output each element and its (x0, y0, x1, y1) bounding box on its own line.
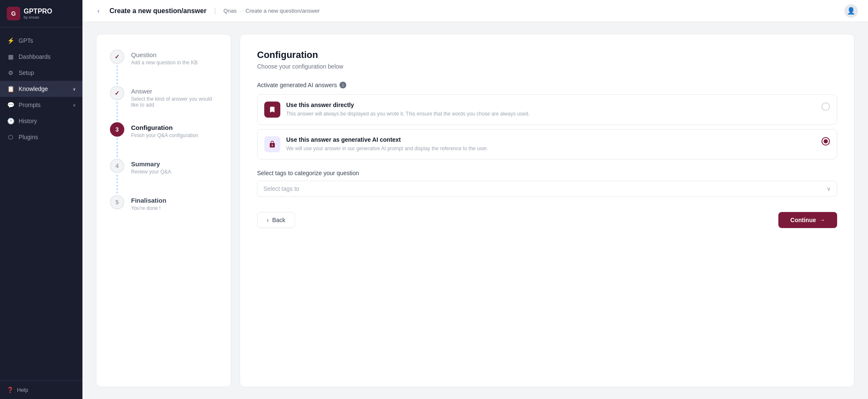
help-button[interactable]: ❓ Help (0, 380, 82, 399)
logo-icon: G (7, 7, 20, 20)
back-button[interactable]: ‹ Back (257, 212, 295, 228)
step-4-circle: 4 (110, 159, 124, 173)
sidebar-item-history[interactable]: 🕐 History (0, 113, 82, 129)
config-panel: Configuration Choose your configuration … (240, 34, 854, 387)
step-4-connector: 4 (110, 159, 124, 195)
step-2-content: Answer Select the kind of answer you wou… (131, 86, 217, 115)
step-2-connector: ✓ (110, 86, 124, 122)
option-ai-radio[interactable] (821, 137, 830, 146)
logo-text: GPTPRO by envao (24, 8, 52, 19)
step-3-circle: 3 (110, 122, 124, 137)
user-avatar[interactable]: 👤 (844, 4, 858, 18)
step-3-content: Configuration Finish your Q&A configurat… (131, 122, 198, 145)
sidebar-item-setup[interactable]: ⚙ Setup (0, 65, 82, 81)
header-separator: | (214, 7, 216, 15)
step-3-line (117, 138, 118, 157)
step-3: 3 Configuration Finish your Q&A configur… (110, 122, 217, 159)
breadcrumb-root[interactable]: Qnas (224, 8, 237, 14)
sidebar: G GPTPRO by envao ⚡ GPTs ▦ Dashboards ⚙ … (0, 0, 82, 399)
ai-answers-info-icon[interactable]: i (340, 82, 346, 88)
step-1: ✓ Question Add a new question in the KB (110, 50, 217, 86)
step-1-circle: ✓ (110, 50, 124, 64)
bookmark-icon (264, 102, 280, 118)
main-area: ‹ Create a new question/answer | Qnas → … (82, 0, 868, 399)
option-ai-text: Use this answer as generative AI context… (286, 136, 816, 152)
page-title: Create a new question/answer (110, 7, 206, 15)
sidebar-nav: ⚡ GPTs ▦ Dashboards ⚙ Setup 📋 Knowledge … (0, 28, 82, 380)
option-direct-card[interactable]: Use this answer directly This answer wil… (257, 94, 837, 125)
step-5: 5 Finalisation You're done ! (110, 195, 217, 218)
ai-icon (264, 136, 280, 152)
option-ai-card[interactable]: Use this answer as generative AI context… (257, 129, 837, 160)
tags-select-dropdown[interactable]: Select tags to ∨ (257, 181, 837, 197)
step-2: ✓ Answer Select the kind of answer you w… (110, 86, 217, 122)
help-icon: ❓ (7, 387, 14, 393)
step-1-content: Question Add a new question in the KB (131, 50, 197, 72)
step-5-circle: 5 (110, 195, 124, 209)
breadcrumb: Qnas → Create a new question/answer (224, 8, 320, 14)
back-arrow-icon: ‹ (267, 217, 269, 223)
tags-section: Select tags to categorize your question … (257, 170, 837, 197)
plugins-icon: ⬡ (7, 133, 14, 141)
step-1-line (117, 66, 118, 84)
step-3-connector: 3 (110, 122, 124, 159)
sidebar-item-plugins[interactable]: ⬡ Plugins (0, 129, 82, 145)
step-5-content: Finalisation You're done ! (131, 195, 166, 218)
config-title: Configuration (257, 50, 837, 61)
history-icon: 🕐 (7, 117, 14, 125)
prompts-chevron-icon: ∨ (73, 103, 76, 107)
breadcrumb-current: Create a new question/answer (246, 8, 320, 14)
continue-button[interactable]: Continue → (778, 212, 837, 228)
sidebar-item-knowledge[interactable]: 📋 Knowledge ∨ (0, 81, 82, 97)
breadcrumb-sep: → (238, 8, 244, 14)
knowledge-chevron-icon: ∨ (73, 87, 76, 91)
gpts-icon: ⚡ (7, 37, 14, 44)
steps-panel: ✓ Question Add a new question in the KB … (96, 34, 231, 387)
step-5-connector: 5 (110, 195, 124, 209)
header: ‹ Create a new question/answer | Qnas → … (82, 0, 868, 22)
actions-bar: ‹ Back Continue → (257, 212, 837, 228)
setup-icon: ⚙ (7, 69, 14, 77)
step-4-line (117, 175, 118, 193)
knowledge-icon: 📋 (7, 85, 14, 93)
tags-label: Select tags to categorize your question (257, 170, 837, 176)
step-4: 4 Summary Review your Q&A (110, 159, 217, 195)
continue-arrow-icon: → (819, 217, 825, 223)
option-direct-radio[interactable] (821, 102, 830, 111)
logo: G GPTPRO by envao (0, 0, 82, 28)
dashboards-icon: ▦ (7, 53, 14, 61)
config-subtitle: Choose your configuration below (257, 63, 837, 70)
sidebar-item-dashboards[interactable]: ▦ Dashboards (0, 49, 82, 65)
step-2-circle: ✓ (110, 86, 124, 100)
ai-answers-label: Activate generated AI answers i (257, 82, 837, 88)
content-area: ✓ Question Add a new question in the KB … (82, 22, 868, 399)
step-4-content: Summary Review your Q&A (131, 159, 171, 182)
sidebar-item-prompts[interactable]: 💬 Prompts ∨ (0, 97, 82, 113)
tags-placeholder: Select tags to (263, 185, 299, 192)
option-direct-text: Use this answer directly This answer wil… (286, 102, 816, 118)
chevron-down-icon: ∨ (827, 185, 831, 192)
step-2-line (117, 102, 118, 121)
step-1-connector: ✓ (110, 50, 124, 86)
sidebar-item-gpts[interactable]: ⚡ GPTs (0, 33, 82, 49)
sidebar-toggle-button[interactable]: ‹ (93, 5, 104, 17)
prompts-icon: 💬 (7, 101, 14, 109)
